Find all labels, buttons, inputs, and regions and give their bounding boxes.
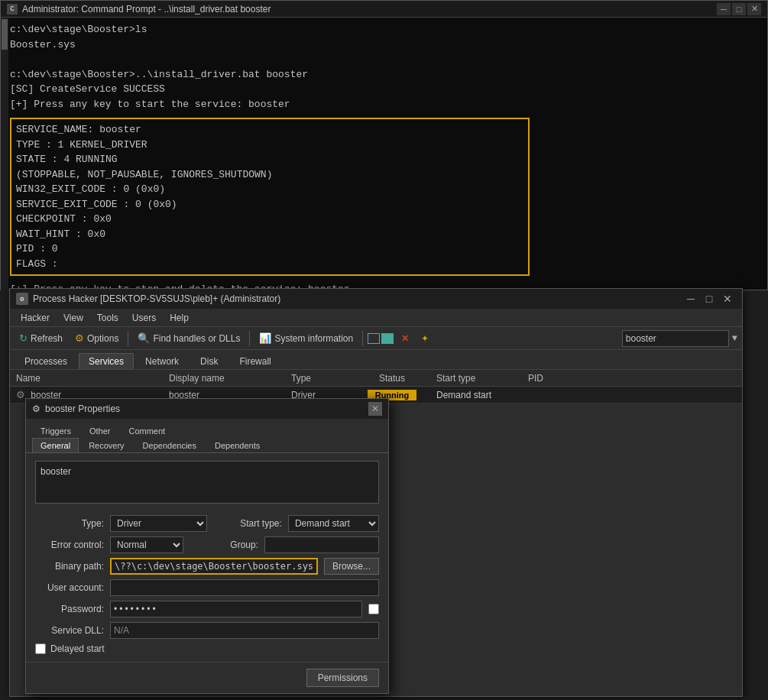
- toolbar-separator-1: [128, 331, 128, 346]
- password-input[interactable]: [110, 601, 362, 617]
- browse-button[interactable]: Browse...: [324, 558, 379, 575]
- cmd-window: C Administrator: Command Prompt - ..\ins…: [0, 0, 768, 290]
- cmd-close-button[interactable]: ✕: [747, 3, 761, 15]
- cmd-maximize-button[interactable]: □: [732, 3, 746, 15]
- menu-view[interactable]: View: [57, 311, 89, 325]
- cmd-minimize-button[interactable]: ─: [717, 3, 731, 15]
- props-tab-triggers[interactable]: Triggers: [32, 423, 79, 438]
- options-icon: ⚙: [75, 332, 84, 344]
- binary-path-row: Binary path: Browse...: [35, 558, 379, 575]
- props-tab-recovery[interactable]: Recovery: [80, 438, 132, 452]
- col-header-name: Name: [10, 373, 163, 384]
- stop-icon: ✕: [401, 333, 409, 344]
- ph-minimize-button[interactable]: ─: [682, 290, 699, 307]
- search-arrow-icon: ▼: [732, 333, 737, 344]
- user-account-label: User account:: [35, 582, 104, 593]
- error-control-row: Error control: Normal Group:: [35, 536, 379, 553]
- ph-menubar: Hacker View Tools Users Help: [10, 309, 742, 327]
- star-button[interactable]: ✦: [416, 332, 433, 345]
- refresh-icon: ↻: [19, 332, 28, 344]
- system-info-button[interactable]: 📊 System information: [254, 331, 358, 345]
- error-control-select[interactable]: Normal: [110, 536, 183, 553]
- binary-path-label: Binary path:: [35, 561, 104, 572]
- cmd-line-5: [SC] CreateService SUCCESS: [10, 82, 759, 97]
- properties-dialog: ⚙ booster Properties ✕ Triggers Other Co…: [25, 398, 389, 694]
- ph-maximize-button[interactable]: □: [701, 290, 718, 307]
- find-handles-button[interactable]: 🔍 Find handles or DLLs: [133, 331, 245, 345]
- group-input[interactable]: [264, 536, 379, 553]
- search-area[interactable]: ▼: [622, 330, 737, 347]
- password-row: Password:: [35, 601, 379, 617]
- group-label: Group:: [190, 540, 258, 550]
- process-hacker-window: ⚙ Process Hacker [DESKTOP-SV5SUJS\pleb]+…: [9, 288, 743, 697]
- menu-tools[interactable]: Tools: [91, 311, 125, 325]
- props-tab-comment[interactable]: Comment: [120, 423, 173, 438]
- col-header-type: Type: [285, 373, 354, 384]
- props-title-left: ⚙ booster Properties: [32, 403, 120, 414]
- props-gear-icon: ⚙: [32, 403, 41, 414]
- search-input[interactable]: [622, 330, 729, 347]
- binary-path-input[interactable]: [110, 558, 318, 575]
- ph-title-left: ⚙ Process Hacker [DESKTOP-SV5SUJS\pleb]+…: [16, 293, 280, 305]
- cmd-line-2: Booster.sys: [10, 37, 759, 53]
- cmd-svc-name: SERVICE_NAME: booster: [16, 122, 523, 138]
- toolbar-separator-2: [249, 331, 250, 346]
- find-handles-icon: 🔍: [138, 332, 150, 344]
- start-type-select[interactable]: Demand start: [288, 515, 379, 532]
- services-table-header: Name Display name Type Status Start type…: [10, 370, 742, 387]
- service-dll-input[interactable]: [110, 622, 379, 639]
- props-tab-general[interactable]: General: [32, 438, 79, 452]
- star-icon: ✦: [421, 333, 429, 344]
- type-select[interactable]: Driver: [110, 515, 207, 532]
- tab-firewall[interactable]: Firewall: [229, 353, 280, 369]
- col-header-status: Status: [354, 373, 430, 384]
- cmd-scrollbar[interactable]: [1, 18, 8, 291]
- error-control-label: Error control:: [35, 540, 104, 550]
- ph-close-button[interactable]: ✕: [719, 290, 736, 307]
- cmd-svc-type: TYPE : 1 KERNEL_DRIVER: [16, 138, 523, 153]
- ph-tabstrip: Processes Services Network Disk Firewall: [10, 350, 742, 370]
- props-tabs-row1: Triggers Other Comment: [26, 419, 388, 438]
- props-titlebar: ⚙ booster Properties ✕: [26, 399, 388, 419]
- menu-help[interactable]: Help: [164, 311, 195, 325]
- find-handles-label: Find handles or DLLs: [153, 333, 240, 344]
- menu-users[interactable]: Users: [126, 311, 162, 325]
- password-checkbox[interactable]: [368, 604, 379, 614]
- props-title-text: booster Properties: [45, 403, 120, 414]
- tab-disk[interactable]: Disk: [190, 353, 228, 369]
- props-footer: Permissions: [26, 662, 388, 693]
- cmd-line-6: [+] Press any key to start the service: …: [10, 97, 759, 112]
- cmd-svc-pid: PID : 0: [16, 241, 523, 257]
- delayed-start-checkbox[interactable]: [35, 643, 46, 654]
- props-tab-other[interactable]: Other: [81, 423, 119, 438]
- service-name-textarea[interactable]: booster: [35, 461, 379, 504]
- tab-services[interactable]: Services: [79, 353, 134, 369]
- cmd-content: c:\dev\stage\Booster>ls Booster.sys c:\d…: [10, 22, 759, 297]
- col-header-starttype: Start type: [430, 373, 522, 384]
- props-tab-dependencies[interactable]: Dependencies: [134, 438, 205, 452]
- tab-network[interactable]: Network: [135, 353, 189, 369]
- user-account-input[interactable]: [110, 579, 379, 596]
- options-button[interactable]: ⚙ Options: [70, 331, 123, 345]
- menu-hacker[interactable]: Hacker: [15, 311, 56, 325]
- props-tab-dependents[interactable]: Dependents: [206, 438, 268, 452]
- type-row: Type: Driver Start type: Demand start: [35, 515, 379, 532]
- cmd-icon: C: [7, 4, 18, 15]
- view-mode-boxes[interactable]: [368, 333, 394, 344]
- cmd-highlight-box: SERVICE_NAME: booster TYPE : 1 KERNEL_DR…: [10, 118, 530, 276]
- view-box-1[interactable]: [368, 333, 380, 344]
- refresh-button[interactable]: ↻ Refresh: [15, 331, 67, 345]
- tab-processes[interactable]: Processes: [15, 353, 77, 369]
- view-box-2[interactable]: [381, 333, 394, 344]
- cmd-controls[interactable]: ─ □ ✕: [717, 3, 761, 15]
- password-label: Password:: [35, 604, 104, 614]
- delayed-start-row: Delayed start: [35, 643, 379, 654]
- stop-button[interactable]: ✕: [397, 332, 413, 345]
- col-header-pid: PID: [522, 373, 568, 384]
- permissions-button[interactable]: Permissions: [306, 669, 379, 687]
- ph-app-icon: ⚙: [16, 293, 28, 305]
- delayed-start-label: Delayed start: [50, 643, 105, 654]
- cmd-title-text: Administrator: Command Prompt - ..\insta…: [22, 4, 271, 15]
- props-close-button[interactable]: ✕: [368, 402, 382, 416]
- ph-controls[interactable]: ─ □ ✕: [682, 290, 736, 307]
